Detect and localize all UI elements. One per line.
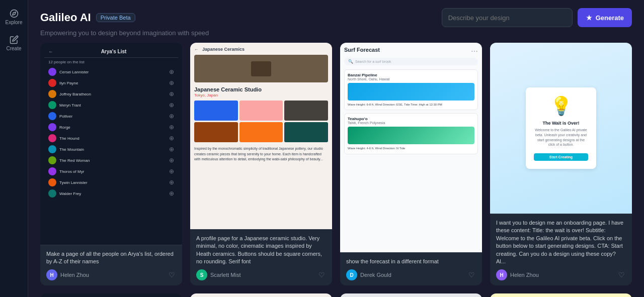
card-prompt: show the forecast in a different format: [346, 258, 476, 265]
user-name: Helen Zhou: [510, 272, 539, 278]
user-info: D Derek Gould: [346, 269, 391, 280]
list-item: Walder Frey⊕: [44, 188, 178, 199]
avatar: D: [346, 269, 357, 280]
card-footer-aryas-list: Make a page of all the people on Arya's …: [40, 245, 182, 286]
svg-point-0: [10, 10, 18, 18]
cards-grid: ← Arya's List 12 people on the list Cers…: [40, 43, 632, 297]
surf-spot1-loc: North Shore, Oahu, Hawaii: [348, 77, 474, 81]
card-preview-aryas-list: ← Arya's List 12 people on the list Cers…: [40, 43, 182, 245]
sidebar: Explore Create: [0, 0, 28, 297]
list-item: Joffrey Baratheon⊕: [44, 88, 178, 100]
list-item: Tywin Lannister⊕: [44, 177, 178, 188]
search-area: Generate: [442, 8, 632, 27]
beta-badge: Private Beta: [96, 13, 135, 22]
list-item: The Red Woman⊕: [44, 155, 178, 166]
user-name: Scarlett Mist: [210, 272, 241, 278]
create-label: Create: [6, 46, 21, 51]
list-item: Ilyn Payne⊕: [44, 77, 178, 88]
surf-spot1-name: Banzai Pipeline: [348, 73, 474, 77]
header: Galileo AI Private Beta Generate Empower…: [28, 0, 644, 43]
card-prompt: A profile page for a Japanese ceramic st…: [196, 235, 326, 266]
title-row: Galileo AI Private Beta: [40, 11, 135, 24]
list-item: Cersei Lannister⊕: [44, 66, 178, 77]
surf-spot2-name: Teahupo'o: [348, 117, 474, 121]
card-preview-fitness: 💪: [490, 293, 632, 297]
card-kitten-rescue: ☰ 🔍 Kitten Rescue 🔍 Search for kittens: [40, 293, 182, 297]
list-item: Thoros of Myr⊕: [44, 166, 178, 177]
ceramics-title: Japanese Ceramic Studio: [194, 86, 328, 93]
card-preview-ceramics2: Inspired by the monochromatic simplicity…: [190, 293, 332, 297]
main-content: Galileo AI Private Beta Generate Empower…: [28, 0, 644, 297]
card-footer-surf: show the forecast in a different format …: [340, 252, 482, 285]
list-item: Polliver⊕: [44, 111, 178, 122]
like-button[interactable]: ♡: [317, 270, 326, 280]
user-name: Helen Zhou: [60, 272, 89, 278]
card-video-summary: Video Summary ⋯ ▶ D: [340, 293, 482, 297]
cards-area: ← Arya's List 12 people on the list Cers…: [28, 43, 644, 297]
ceramics-location: Tokyo, Japan: [194, 93, 328, 97]
card-preview-video: Video Summary ⋯ ▶: [340, 293, 482, 297]
surf-spot2-details: Wave Height: 4-6 ft, Wind Direction: N T…: [348, 146, 474, 150]
search-input[interactable]: [442, 8, 573, 27]
user-name: Derek Gould: [360, 272, 391, 278]
list-item: The Mountain⊕: [44, 144, 178, 155]
card-preview-wait: 💡 The Wait is Over! Welcome to the Galil…: [490, 43, 632, 214]
card-prompt: I want you to design me an onboarding pa…: [496, 219, 626, 265]
explore-label: Explore: [6, 20, 23, 25]
surf-search-placeholder: Search for a surf brook: [355, 60, 391, 63]
card-japanese-ceramics: ← Japanese Ceramics Japanese Ceramic Stu…: [190, 43, 332, 285]
sidebar-item-explore[interactable]: Explore: [3, 6, 25, 28]
sparkle-icon: [586, 14, 593, 21]
header-top: Galileo AI Private Beta Generate: [40, 8, 632, 27]
surf-title: Surf Forecast: [344, 47, 380, 53]
wait-subtitle: Welcome to the Galileo AI private beta. …: [534, 128, 588, 147]
like-button[interactable]: ♡: [467, 270, 476, 280]
list-item: Meryn Trant⊕: [44, 100, 178, 111]
user-info: H Helen Zhou: [46, 269, 89, 280]
sidebar-item-create[interactable]: Create: [3, 32, 25, 54]
page-title: Galileo AI: [40, 11, 91, 24]
card-footer-ceramics: A profile page for a Japanese ceramic st…: [190, 229, 332, 286]
card-ceramics-2: Inspired by the monochromatic simplicity…: [190, 293, 332, 297]
edit-icon: [10, 35, 19, 44]
card-preview-kitten: ☰ 🔍 Kitten Rescue 🔍 Search for kittens: [40, 293, 182, 297]
surf-spot1-details: Wave Height: 6-8 ft, Wind Direction: ESE…: [348, 103, 474, 107]
user-info: S Scarlett Mist: [196, 269, 241, 280]
card-preview-ceramics: ← Japanese Ceramics Japanese Ceramic Stu…: [190, 43, 332, 229]
card-preview-surf: Surf Forecast ⋯ 🔍 Search for a surf broo…: [340, 43, 482, 252]
bulb-icon: 💡: [534, 95, 588, 117]
aryas-list-subtitle: 12 people on the list: [44, 58, 178, 66]
card-wait-is-over: 💡 The Wait is Over! Welcome to the Galil…: [490, 43, 632, 285]
list-item: Rorge⊕: [44, 122, 178, 133]
card-aryas-list: ← Arya's List 12 people on the list Cers…: [40, 43, 182, 285]
card-surf-forecast: Surf Forecast ⋯ 🔍 Search for a surf broo…: [340, 43, 482, 285]
avatar: H: [496, 269, 507, 280]
avatar: S: [196, 269, 207, 280]
card-footer-wait: I want you to design me an onboarding pa…: [490, 214, 632, 285]
wait-title: The Wait is Over!: [534, 121, 588, 126]
card-fitness: 💪 A fitness app to showcase influencers,…: [490, 293, 632, 297]
generate-button[interactable]: Generate: [578, 8, 632, 27]
avatar: H: [46, 269, 57, 280]
list-item: The Hound⊕: [44, 133, 178, 144]
user-info: H Helen Zhou: [496, 269, 539, 280]
like-button[interactable]: ♡: [617, 270, 626, 280]
compass-icon: [10, 9, 19, 18]
page-subtitle: Empowering you to design beyond imaginat…: [40, 29, 632, 37]
wait-cta-button[interactable]: Start Creating: [534, 153, 588, 161]
surf-spot2-loc: Tahiti, French Polynesia: [348, 121, 474, 125]
like-button[interactable]: ♡: [168, 270, 176, 280]
aryas-list-title: Arya's List: [101, 49, 127, 54]
card-prompt: Make a page of all the people on Arya's …: [46, 250, 176, 266]
svg-marker-1: [12, 12, 15, 15]
